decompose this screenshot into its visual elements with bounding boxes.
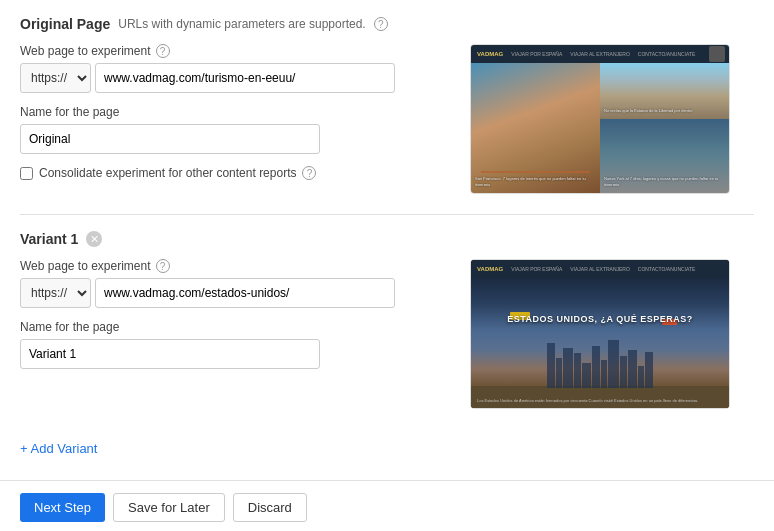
variant-name-input[interactable] <box>20 339 320 369</box>
variant-close-icon[interactable]: ✕ <box>86 231 102 247</box>
bridge-line <box>481 171 590 173</box>
variant-preview-logo: VADMAG <box>477 266 503 272</box>
original-preview-cell-3: Nueva York al 7 días: lugares y cosas qu… <box>600 119 729 193</box>
building-4 <box>574 353 581 388</box>
building-6 <box>592 346 600 388</box>
consolidate-label: Consolidate experiment for other content… <box>39 166 296 180</box>
next-step-button[interactable]: Next Step <box>20 493 105 522</box>
consolidate-checkbox[interactable] <box>20 167 33 180</box>
variant-header: Variant 1 ✕ <box>20 231 754 247</box>
variant-preview-nav1: VIAJAR POR ESPAÑA <box>511 266 562 272</box>
original-url-input-group: https:// http:// <box>20 63 450 93</box>
add-variant-link[interactable]: + Add Variant <box>20 441 97 456</box>
section-divider <box>20 214 754 215</box>
variant-name-label: Name for the page <box>20 320 450 334</box>
building-11 <box>638 366 644 388</box>
building-5 <box>582 363 591 388</box>
building-1 <box>547 343 555 388</box>
variant-url-label: Web page to experiment ? <box>20 259 450 273</box>
original-preview-cell-2: No creías que la Estatua de la Libertad … <box>600 63 729 119</box>
original-preview-logo: VADMAG <box>477 51 503 57</box>
original-url-input[interactable] <box>95 63 395 93</box>
variant-preview-header: VADMAG VIAJAR POR ESPAÑA VIAJAR AL EXTRA… <box>471 260 729 278</box>
variant-preview-text: ESTADOS UNIDOS, ¿A QUÉ ESPERAS? <box>507 314 693 324</box>
variant-preview-nav3: CONTACTO/ANUNCIATE <box>638 266 696 272</box>
variant-url-input-group: https:// http:// <box>20 278 450 308</box>
original-name-label: Name for the page <box>20 105 450 119</box>
original-page-header: Original Page URLs with dynamic paramete… <box>20 16 754 32</box>
footer: Next Step Save for Later Discard <box>0 480 774 531</box>
variant-preview-col: VADMAG VIAJAR POR ESPAÑA VIAJAR AL EXTRA… <box>470 259 740 409</box>
original-preview-nav1: VIAJAR POR ESPAÑA <box>511 51 562 57</box>
original-page-section: Original Page URLs with dynamic paramete… <box>20 16 754 194</box>
consolidate-checkbox-row: Consolidate experiment for other content… <box>20 166 450 180</box>
variant-preview-content: VADMAG VIAJAR POR ESPAÑA VIAJAR AL EXTRA… <box>471 260 729 408</box>
original-content-row: Web page to experiment ? https:// http:/… <box>20 44 754 194</box>
variant-section: Variant 1 ✕ Web page to experiment ? htt… <box>20 231 754 409</box>
save-for-later-button[interactable]: Save for Later <box>113 493 225 522</box>
original-page-title: Original Page <box>20 16 110 32</box>
building-7 <box>601 360 607 388</box>
add-variant-container: + Add Variant <box>20 429 754 464</box>
original-name-field-group: Name for the page <box>20 105 450 154</box>
original-preview-header: VADMAG VIAJAR POR ESPAÑA VIAJAR AL EXTRA… <box>471 45 729 63</box>
original-url-label: Web page to experiment ? <box>20 44 450 58</box>
building-9 <box>620 356 627 388</box>
variant-url-field-group: Web page to experiment ? https:// http:/… <box>20 259 450 308</box>
variant-headline: ESTADOS UNIDOS, ¿A QUÉ ESPERAS? <box>507 314 693 324</box>
main-container: Original Page URLs with dynamic paramete… <box>0 0 774 480</box>
building-3 <box>563 348 573 388</box>
original-left-col: Web page to experiment ? https:// http:/… <box>20 44 450 194</box>
original-preview-caption1: San Francisco: 7 lugares de interés que … <box>475 176 596 188</box>
original-preview-image: VADMAG VIAJAR POR ESPAÑA VIAJAR AL EXTRA… <box>470 44 730 194</box>
variant-title: Variant 1 <box>20 231 78 247</box>
consolidate-help-icon[interactable]: ? <box>302 166 316 180</box>
variant-bottom-caption: Los Estados Unidos de América están form… <box>477 398 723 404</box>
original-preview-nav-dot <box>709 46 725 62</box>
original-preview-col: VADMAG VIAJAR POR ESPAÑA VIAJAR AL EXTRA… <box>470 44 740 194</box>
original-preview-nav3: CONTACTO/ANUNCIATE <box>638 51 696 57</box>
variant-protocol-select[interactable]: https:// http:// <box>20 278 91 308</box>
original-preview-caption2: No creías que la Estatua de la Libertad … <box>604 108 725 114</box>
variant-buildings <box>471 338 729 388</box>
variant-preview-nav2: VIAJAR AL EXTRANJERO <box>570 266 630 272</box>
variant-left-col: Web page to experiment ? https:// http:/… <box>20 259 450 409</box>
discard-button[interactable]: Discard <box>233 493 307 522</box>
variant-name-field-group: Name for the page <box>20 320 450 369</box>
original-preview-nav2: VIAJAR AL EXTRANJERO <box>570 51 630 57</box>
variant-url-input[interactable] <box>95 278 395 308</box>
variant-content-row: Web page to experiment ? https:// http:/… <box>20 259 754 409</box>
original-help-icon[interactable]: ? <box>374 17 388 31</box>
variant-preview-image: VADMAG VIAJAR POR ESPAÑA VIAJAR AL EXTRA… <box>470 259 730 409</box>
original-preview-caption3: Nueva York al 7 días: lugares y cosas qu… <box>604 176 725 188</box>
building-10 <box>628 350 637 388</box>
building-8 <box>608 340 619 388</box>
original-protocol-select[interactable]: https:// http:// <box>20 63 91 93</box>
original-url-field-group: Web page to experiment ? https:// http:/… <box>20 44 450 93</box>
original-name-input[interactable] <box>20 124 320 154</box>
original-preview-mosaic: VADMAG VIAJAR POR ESPAÑA VIAJAR AL EXTRA… <box>471 45 729 193</box>
original-url-help-icon[interactable]: ? <box>156 44 170 58</box>
original-preview-cell-1: San Francisco: 7 lugares de interés que … <box>471 63 600 193</box>
original-page-subtitle: URLs with dynamic parameters are support… <box>118 17 365 31</box>
building-2 <box>556 358 562 388</box>
variant-url-help-icon[interactable]: ? <box>156 259 170 273</box>
building-12 <box>645 352 653 388</box>
